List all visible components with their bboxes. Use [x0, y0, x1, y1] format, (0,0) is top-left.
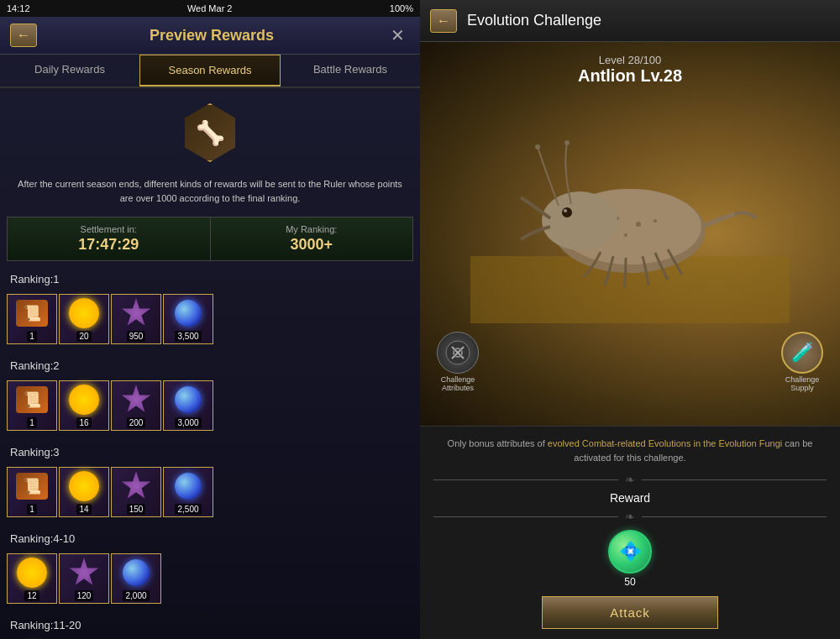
description-text: After the current season ends, different… [7, 170, 413, 212]
tabs-container: Daily Rewards Season Rewards Battle Rewa… [0, 55, 420, 88]
preview-rewards-title: Preview Rewards [150, 27, 274, 45]
list-item: 2,500 [163, 467, 213, 517]
my-ranking-value: 3000+ [218, 236, 407, 254]
settlement-row: Settlement in: 17:47:29 My Ranking: 3000… [7, 217, 413, 261]
evolution-challenge-title: Evolution Challenge [467, 12, 601, 29]
settlement-label: Settlement in: [14, 224, 203, 234]
right-header: ← Evolution Challenge [420, 0, 840, 42]
creature-area: Level 28/100 Antlion Lv.28 [420, 42, 840, 426]
divider-left-icon: ❧ [625, 473, 635, 486]
attack-button[interactable]: Attack [542, 596, 718, 629]
my-ranking-box: My Ranking: 3000+ [211, 217, 413, 260]
attack-btn-container: Attack [433, 596, 827, 629]
divider-line: ❧ [433, 473, 827, 486]
reward-coin-icon: 💠 [608, 530, 652, 574]
ranking-1-section: Ranking:1 📜 1 20 950 3,500 [7, 268, 413, 348]
status-bar-left: 14:12 Wed Mar 2 100% [0, 0, 420, 17]
list-item: 950 [111, 294, 161, 344]
reward-coin-container: 💠 50 [608, 530, 652, 588]
tab-season-rewards[interactable]: Season Rewards [139, 55, 281, 86]
challenge-supply-label: ChallengeSupply [785, 375, 820, 392]
bonus-text: Only bonus attributes of evolved Combat-… [433, 437, 827, 464]
bottom-panel: Only bonus attributes of evolved Combat-… [420, 426, 840, 639]
right-back-button[interactable]: ← [430, 9, 457, 33]
list-item: 150 [111, 467, 161, 517]
content-area: 🦴 After the current season ends, differe… [0, 88, 420, 639]
svg-point-6 [654, 219, 657, 223]
ranking-1-title: Ranking:1 [7, 268, 413, 291]
challenge-attributes-label: ChallengeAttributes [441, 375, 475, 392]
challenge-attributes-icon [437, 332, 479, 374]
list-item: 14 [59, 467, 109, 517]
ranking-11-20-title: Ranking:11-20 [7, 614, 413, 636]
date-display: Wed Mar 2 [187, 3, 233, 13]
settlement-value: 17:47:29 [14, 236, 203, 254]
settlement-box: Settlement in: 17:47:29 [8, 217, 211, 260]
divider-right-icon: ❧ [625, 510, 635, 523]
reward-display: 💠 50 [433, 530, 827, 588]
reward-label: Reward [433, 491, 827, 505]
ranking-1-items: 📜 1 20 950 3,500 [7, 291, 413, 348]
list-item: 2,000 [111, 553, 161, 604]
ranking-3-title: Ranking:3 [7, 441, 413, 464]
ranking-11-20-section: Ranking:11-20 8 80 [7, 614, 413, 639]
list-item: 📜 1 [7, 467, 57, 517]
svg-point-8 [542, 191, 617, 250]
list-item: 20 [59, 294, 109, 344]
svg-point-5 [636, 222, 641, 227]
ranking-4-10-section: Ranking:4-10 12 120 2,000 [7, 527, 413, 607]
list-item: 📜 1 [7, 294, 57, 344]
bonus-highlight: evolved Combat-related Evolutions in the… [548, 438, 782, 448]
level-text: Level 28/100 [578, 54, 682, 66]
challenge-supply-icon: 🧪 [781, 332, 823, 374]
list-item: 3,500 [163, 294, 213, 344]
right-panel: ← Evolution Challenge Level 28/100 Antli… [420, 0, 840, 639]
list-item: 120 [59, 553, 109, 604]
list-item: 📜 1 [7, 380, 57, 431]
svg-point-10 [564, 209, 567, 212]
season-icon-area: 🦴 [7, 95, 413, 170]
season-icon: 🦴 [181, 103, 239, 162]
divider-line-2: ❧ [433, 510, 827, 523]
tab-daily-rewards[interactable]: Daily Rewards [0, 55, 139, 86]
challenge-attributes-button[interactable]: ChallengeAttributes [437, 332, 479, 392]
tab-battle-rewards[interactable]: Battle Rewards [281, 55, 420, 86]
time-display: 14:12 [7, 3, 30, 13]
left-header: ← Preview Rewards ✕ [0, 17, 420, 55]
ranking-4-10-items: 12 120 2,000 [7, 550, 413, 607]
svg-point-12 [564, 140, 570, 145]
svg-point-9 [562, 207, 572, 217]
list-item: 12 [7, 553, 57, 604]
back-button[interactable]: ← [10, 24, 37, 47]
ranking-3-items: 📜 1 14 150 2,500 [7, 464, 413, 521]
list-item: 200 [111, 380, 161, 431]
svg-point-7 [624, 233, 627, 237]
ranking-2-items: 📜 1 16 200 3,000 [7, 377, 413, 434]
creature-visual [470, 88, 790, 323]
ranking-2-title: Ranking:2 [7, 354, 413, 377]
close-button[interactable]: ✕ [386, 24, 410, 47]
ranking-2-section: Ranking:2 📜 1 16 200 3,000 [7, 354, 413, 434]
my-ranking-label: My Ranking: [218, 224, 407, 234]
bonus-text-prefix: Only bonus attributes of [448, 438, 545, 448]
svg-point-11 [535, 144, 540, 149]
ranking-3-section: Ranking:3 📜 1 14 150 2,500 [7, 441, 413, 521]
reward-coin-count: 50 [624, 576, 635, 588]
ranking-4-10-title: Ranking:4-10 [7, 527, 413, 550]
level-info: Level 28/100 Antlion Lv.28 [578, 54, 682, 86]
left-panel: 14:12 Wed Mar 2 100% ← Preview Rewards ✕… [0, 0, 420, 639]
challenge-supply-button[interactable]: 🧪 ChallengeSupply [781, 332, 823, 392]
battery-display: 100% [390, 3, 413, 13]
list-item: 16 [59, 380, 109, 431]
creature-name: Antlion Lv.28 [578, 66, 682, 86]
list-item: 3,000 [163, 380, 213, 431]
